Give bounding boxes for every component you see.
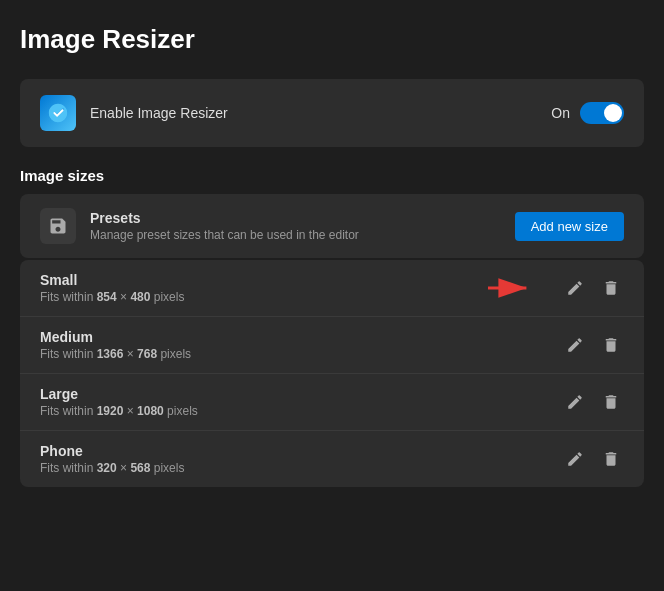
desc-suffix-phone: pixels bbox=[150, 461, 184, 475]
enable-icon bbox=[40, 95, 76, 131]
presets-description: Manage preset sizes that can be used in … bbox=[90, 228, 359, 242]
size-width-medium: 1366 bbox=[97, 347, 124, 361]
size-width-large: 1920 bbox=[97, 404, 124, 418]
table-row: Medium Fits within 1366 × 768 pixels bbox=[20, 317, 644, 374]
enable-toggle[interactable] bbox=[580, 102, 624, 124]
size-name-small: Small bbox=[40, 272, 184, 288]
toggle-status-label: On bbox=[551, 105, 570, 121]
enable-label: Enable Image Resizer bbox=[90, 105, 228, 121]
edit-button-small[interactable] bbox=[562, 275, 588, 301]
table-row: Large Fits within 1920 × 1080 pixels bbox=[20, 374, 644, 431]
image-sizes-section: Image sizes Presets Manage preset sizes … bbox=[20, 167, 644, 487]
size-desc-large: Fits within 1920 × 1080 pixels bbox=[40, 404, 198, 418]
add-new-size-button[interactable]: Add new size bbox=[515, 212, 624, 241]
desc-sep-large: × bbox=[123, 404, 137, 418]
desc-suffix-large: pixels bbox=[164, 404, 198, 418]
size-width-small: 854 bbox=[97, 290, 117, 304]
presets-title: Presets bbox=[90, 210, 359, 226]
delete-button-large[interactable] bbox=[598, 389, 624, 415]
edit-button-phone[interactable] bbox=[562, 446, 588, 472]
size-info-large: Large Fits within 1920 × 1080 pixels bbox=[40, 386, 198, 418]
page-title: Image Resizer bbox=[20, 24, 644, 55]
size-desc-small: Fits within 854 × 480 pixels bbox=[40, 290, 184, 304]
presets-icon bbox=[40, 208, 76, 244]
size-name-medium: Medium bbox=[40, 329, 191, 345]
size-actions-phone bbox=[562, 446, 624, 472]
size-height-phone: 568 bbox=[130, 461, 150, 475]
desc-sep-small: × bbox=[117, 290, 131, 304]
desc-prefix-small: Fits within bbox=[40, 290, 97, 304]
enable-card: Enable Image Resizer On bbox=[20, 79, 644, 147]
table-row: Small Fits within 854 × 480 pixels bbox=[20, 260, 644, 317]
section-title: Image sizes bbox=[20, 167, 644, 184]
desc-sep-phone: × bbox=[117, 461, 131, 475]
presets-text: Presets Manage preset sizes that can be … bbox=[90, 210, 359, 242]
desc-suffix-small: pixels bbox=[150, 290, 184, 304]
desc-suffix-medium: pixels bbox=[157, 347, 191, 361]
delete-button-small[interactable] bbox=[598, 275, 624, 301]
edit-button-large[interactable] bbox=[562, 389, 588, 415]
size-actions-medium bbox=[562, 332, 624, 358]
size-desc-phone: Fits within 320 × 568 pixels bbox=[40, 461, 184, 475]
desc-sep-medium: × bbox=[123, 347, 137, 361]
size-info-small: Small Fits within 854 × 480 pixels bbox=[40, 272, 184, 304]
enable-card-left: Enable Image Resizer bbox=[40, 95, 228, 131]
size-info-phone: Phone Fits within 320 × 568 pixels bbox=[40, 443, 184, 475]
size-actions-large bbox=[562, 389, 624, 415]
size-height-small: 480 bbox=[130, 290, 150, 304]
edit-button-medium[interactable] bbox=[562, 332, 588, 358]
desc-prefix-medium: Fits within bbox=[40, 347, 97, 361]
size-desc-medium: Fits within 1366 × 768 pixels bbox=[40, 347, 191, 361]
delete-button-phone[interactable] bbox=[598, 446, 624, 472]
presets-left: Presets Manage preset sizes that can be … bbox=[40, 208, 359, 244]
delete-button-medium[interactable] bbox=[598, 332, 624, 358]
size-width-phone: 320 bbox=[97, 461, 117, 475]
size-actions-small bbox=[562, 275, 624, 301]
size-info-medium: Medium Fits within 1366 × 768 pixels bbox=[40, 329, 191, 361]
size-name-large: Large bbox=[40, 386, 198, 402]
size-name-phone: Phone bbox=[40, 443, 184, 459]
toggle-knob bbox=[604, 104, 622, 122]
size-list: Small Fits within 854 × 480 pixels bbox=[20, 260, 644, 487]
table-row: Phone Fits within 320 × 568 pixels bbox=[20, 431, 644, 487]
red-arrow bbox=[488, 273, 536, 303]
size-height-medium: 768 bbox=[137, 347, 157, 361]
toggle-container[interactable]: On bbox=[551, 102, 624, 124]
desc-prefix-large: Fits within bbox=[40, 404, 97, 418]
desc-prefix-phone: Fits within bbox=[40, 461, 97, 475]
presets-card: Presets Manage preset sizes that can be … bbox=[20, 194, 644, 258]
size-height-large: 1080 bbox=[137, 404, 164, 418]
